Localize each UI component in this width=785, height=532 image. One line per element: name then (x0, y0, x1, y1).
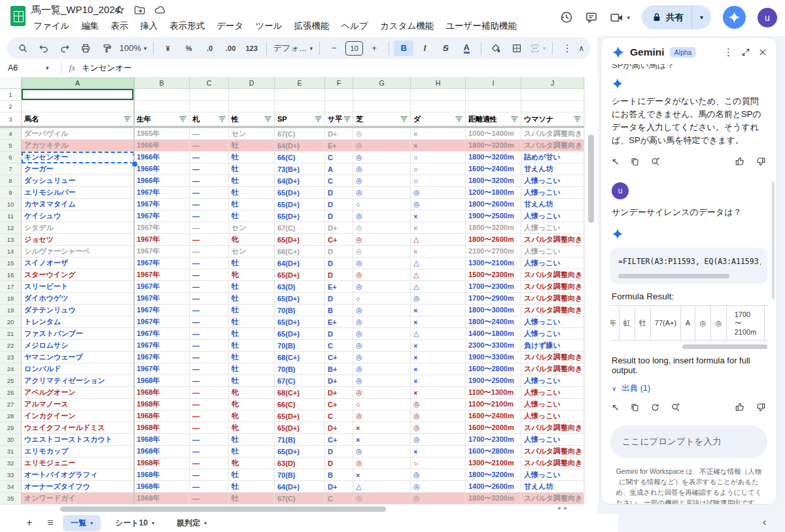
cell-I12[interactable]: 1800〜3200m (466, 222, 521, 234)
cell-E21[interactable]: 65(D+) (275, 328, 325, 340)
cell-I29[interactable]: 1600〜2000m (466, 422, 521, 434)
cell-J8[interactable]: 人懐っこい (521, 175, 584, 187)
cell-G8[interactable]: ◎ (353, 175, 411, 187)
menu-データ[interactable]: データ (212, 19, 248, 33)
cell-H22[interactable]: × (411, 340, 466, 352)
font-size-input[interactable]: 10 (345, 41, 363, 56)
cell-G30[interactable]: × (353, 434, 411, 446)
cell-E6[interactable]: 66(C) (275, 152, 325, 163)
column-header-B[interactable]: B (134, 77, 190, 89)
cell-A28[interactable]: インカクイーン (22, 410, 134, 422)
cell-F2[interactable] (325, 101, 353, 112)
cell-E11[interactable]: 65(D+) (275, 210, 325, 222)
cell-F17[interactable]: E+ (325, 281, 353, 293)
cell-F35[interactable]: C (325, 493, 353, 505)
cell-B11[interactable]: 1967年 (134, 210, 190, 222)
horizontal-scrollbar[interactable]: ◂▸ (0, 505, 597, 514)
cell-B26[interactable]: 1968年 (134, 387, 190, 399)
cell-F24[interactable]: B+ (325, 363, 353, 375)
cell-B16[interactable]: 1967年 (134, 269, 190, 281)
cell-E13[interactable]: 65(D+) (275, 234, 325, 246)
row-header-29[interactable]: 29 (0, 422, 22, 434)
cell-B31[interactable]: 1968年 (134, 446, 190, 457)
cell-E8[interactable]: 64(D+) (275, 175, 325, 187)
cell-G11[interactable]: ◎ (353, 210, 411, 222)
cell-I26[interactable]: 1100〜1300m (466, 387, 521, 399)
filter-icon[interactable] (124, 116, 131, 122)
cell-J10[interactable]: 甘えん坊 (521, 199, 584, 210)
cell-H6[interactable]: ○ (411, 152, 466, 163)
cell-B35[interactable]: 1968年 (134, 493, 190, 505)
cell-C21[interactable]: — (190, 328, 229, 340)
cell-A1[interactable] (22, 89, 134, 101)
row-header-33[interactable]: 33 (0, 469, 22, 481)
cell-E16[interactable]: 65(D+) (275, 269, 325, 281)
cell-H9[interactable]: ◎ (411, 187, 466, 199)
cell-F5[interactable]: E+ (325, 140, 353, 152)
cell-A21[interactable]: ファストバンブー (22, 328, 134, 340)
cell-J18[interactable]: スパルタ調整向き (521, 293, 584, 305)
cell-G33[interactable]: × (353, 469, 411, 481)
cell-A25[interactable]: アクリマティゼーション (22, 375, 134, 387)
cell-J23[interactable]: スパルタ調整向き (521, 352, 584, 363)
cell-H18[interactable]: ◎ (411, 293, 466, 305)
cell-A30[interactable]: ウエストコーストスカウト (22, 434, 134, 446)
menu-ツール[interactable]: ツール (251, 19, 287, 33)
cell-B6[interactable]: 1966年 (134, 152, 190, 163)
cell-F23[interactable]: C+ (325, 352, 353, 363)
sheet-tab-caret-icon[interactable]: ▾ (152, 520, 154, 526)
menu-ファイル[interactable]: ファイル (29, 19, 74, 33)
row-header-30[interactable]: 30 (0, 434, 22, 446)
cell-D2[interactable] (229, 101, 275, 112)
cell-J35[interactable]: スパルタ調整向き (521, 493, 584, 505)
cell-C8[interactable]: — (190, 175, 229, 187)
cell-G7[interactable]: ◎ (353, 163, 411, 175)
filter-icon[interactable] (511, 116, 518, 122)
cell-H33[interactable]: ◎ (411, 469, 466, 481)
cell-B9[interactable]: 1967年 (134, 187, 190, 199)
cell-G1[interactable] (353, 89, 411, 101)
cell-B1[interactable] (134, 89, 190, 101)
cell-D30[interactable]: 牡 (229, 434, 275, 446)
cell-B20[interactable]: 1967年 (134, 316, 190, 328)
cell-C35[interactable]: — (190, 493, 229, 505)
row-header-9[interactable]: 9 (0, 187, 22, 199)
cell-C30[interactable]: — (190, 434, 229, 446)
cell-B22[interactable]: 1967年 (134, 340, 190, 352)
cell-J32[interactable]: スパルタ調整向き (521, 457, 584, 469)
cell-C9[interactable]: — (190, 187, 229, 199)
cell-I4[interactable]: 1000〜1400m (466, 128, 521, 140)
cell-E26[interactable]: 68(C+) (275, 387, 325, 399)
cell-J7[interactable]: 甘えん坊 (521, 163, 584, 175)
video-call-icon[interactable]: ▾ (610, 12, 630, 24)
cell-I6[interactable]: 1800〜3200m (466, 152, 521, 163)
cell-J6[interactable]: 詰めが甘い (521, 152, 584, 163)
cell-I11[interactable]: 1900〜2500m (466, 210, 521, 222)
cell-B5[interactable]: 1966年 (134, 140, 190, 152)
cell-H29[interactable]: ◎ (411, 422, 466, 434)
cell-D1[interactable] (229, 89, 275, 101)
cell-H20[interactable]: × (411, 316, 466, 328)
share-caret-icon[interactable]: ▾ (691, 5, 711, 29)
cell-D10[interactable]: 牡 (229, 199, 275, 210)
insert-icon[interactable]: ↖ (612, 402, 619, 412)
cell-A35[interactable]: オンワードガイ (22, 493, 134, 505)
cell-B33[interactable]: 1968年 (134, 469, 190, 481)
cell-F16[interactable]: D (325, 269, 353, 281)
cell-D5[interactable]: 牡 (229, 140, 275, 152)
cell-I27[interactable]: 1100〜2100m (466, 399, 521, 410)
cell-E22[interactable]: 70(B) (275, 340, 325, 352)
cell-E10[interactable]: 65(D+) (275, 199, 325, 210)
cell-F19[interactable]: B (325, 305, 353, 316)
cell-F25[interactable]: D+ (325, 375, 353, 387)
cell-G2[interactable] (353, 101, 411, 112)
add-sheet-icon[interactable]: + (21, 517, 38, 529)
cell-D31[interactable]: 牡 (229, 446, 275, 457)
cell-B30[interactable]: 1968年 (134, 434, 190, 446)
refresh-icon[interactable] (650, 403, 660, 412)
cell-C11[interactable]: — (190, 210, 229, 222)
cell-C25[interactable]: — (190, 375, 229, 387)
cell-I17[interactable]: 1700〜2300m (466, 281, 521, 293)
cell-D27[interactable]: 牝 (229, 399, 275, 410)
cell-F8[interactable]: C (325, 175, 353, 187)
